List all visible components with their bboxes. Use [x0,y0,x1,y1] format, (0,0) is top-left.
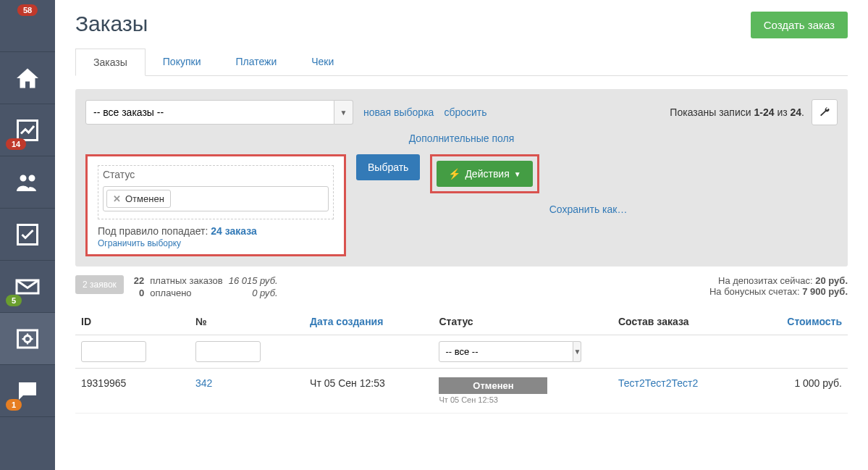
sidebar-item-users[interactable] [0,156,55,209]
status-badge: Отменен [439,377,547,394]
requests-badge: 2 заявок [75,275,124,294]
badge-count: 1 [6,399,22,411]
col-status: Статус [433,309,612,335]
cell-no-link[interactable]: 342 [195,377,212,389]
sidebar-item-tasks[interactable] [0,209,55,261]
check-icon [14,222,41,248]
filter-no-input[interactable] [195,341,261,362]
status-tag-input[interactable]: ✕ Отменен [103,186,329,211]
filter-id-input[interactable] [81,341,146,362]
filter-panel: ▼ новая выборка сбросить Показаны записи… [75,89,848,267]
cell-status: Отменен Чт 05 Сен 12:53 [433,369,612,414]
sidebar-item-top[interactable]: 58 [0,0,55,52]
sidebar-item-mail[interactable]: 5 [0,261,55,313]
page-title: Заказы [75,12,148,36]
status-filter-box: Статус ✕ Отменен Под правило попадает: 2… [85,154,346,256]
table-filter-row: ▼ [75,335,848,369]
records-shown: Показаны записи 1-24 из 24. [670,106,804,118]
save-as-link[interactable]: Сохранить как… [549,196,628,215]
table-row: 19319965 342 Чт 05 Сен 12:53 Отменен Чт … [75,369,848,414]
tab-payments[interactable]: Платежи [218,49,294,75]
cell-id: 19319965 [75,369,190,414]
col-date[interactable]: Дата создания [304,309,433,335]
svg-rect-0 [18,330,38,348]
main-content: Заказы Создать заказ Заказы Покупки Плат… [55,0,868,470]
svg-point-1 [25,335,31,342]
chevron-down-icon: ▼ [514,170,521,178]
safe-icon [14,326,41,352]
cell-content-link[interactable]: Тест2Тест2Тест2 [618,377,698,389]
limit-selection-link[interactable]: Ограничить выборку [98,238,181,248]
reset-link[interactable]: сбросить [444,106,486,118]
badge-count: 14 [6,138,26,150]
new-selection-link[interactable]: новая выборка [363,106,434,118]
status-tag: ✕ Отменен [106,190,171,208]
stats-row: 2 заявок 22 платных заказов 16 015 руб. … [75,275,848,298]
badge-count: 5 [6,295,22,306]
wrench-icon [819,106,830,118]
status-label: Статус [98,166,333,180]
col-id: ID [75,309,190,335]
bolt-icon: ⚡ [448,168,460,180]
orders-table: ID № Дата создания Статус Состав заказа … [75,309,848,414]
sidebar-item-analytics[interactable]: 14 [0,104,55,156]
sidebar-item-safe[interactable] [0,313,55,365]
col-no: № [190,309,304,335]
tabs: Заказы Покупки Платежи Чеки [75,49,848,76]
chevron-down-icon[interactable]: ▼ [573,341,581,362]
close-icon[interactable]: ✕ [113,193,121,204]
orders-filter-input[interactable] [85,100,334,125]
col-content: Состав заказа [612,309,749,335]
extra-fields-link[interactable]: Дополнительные поля [409,133,515,144]
rule-match-text: Под правило попадает: 24 заказа [98,225,334,237]
sidebar-item-chat[interactable]: 1 [0,365,55,417]
actions-button[interactable]: ⚡ Действия ▼ [437,161,532,187]
tab-purchases[interactable]: Покупки [146,49,219,75]
orders-filter-select[interactable]: ▼ [85,100,353,125]
cell-date: Чт 05 Сен 12:53 [304,369,433,414]
settings-button[interactable] [812,99,838,125]
create-order-button[interactable]: Создать заказ [751,12,848,38]
sidebar: 58 14 5 1 [0,0,55,470]
col-cost[interactable]: Стоимость [749,309,848,335]
home-icon [14,65,41,91]
select-button[interactable]: Выбрать [356,154,420,180]
chevron-down-icon[interactable]: ▼ [334,100,353,125]
tab-orders[interactable]: Заказы [75,49,146,76]
badge-count: 58 [17,4,38,16]
cell-cost: 1 000 руб. [749,369,848,414]
users-icon [14,169,41,196]
tab-receipts[interactable]: Чеки [294,49,351,75]
filter-status-select[interactable]: ▼ [439,341,547,362]
actions-highlight: ⚡ Действия ▼ [430,154,539,193]
sidebar-item-home[interactable] [0,52,55,104]
